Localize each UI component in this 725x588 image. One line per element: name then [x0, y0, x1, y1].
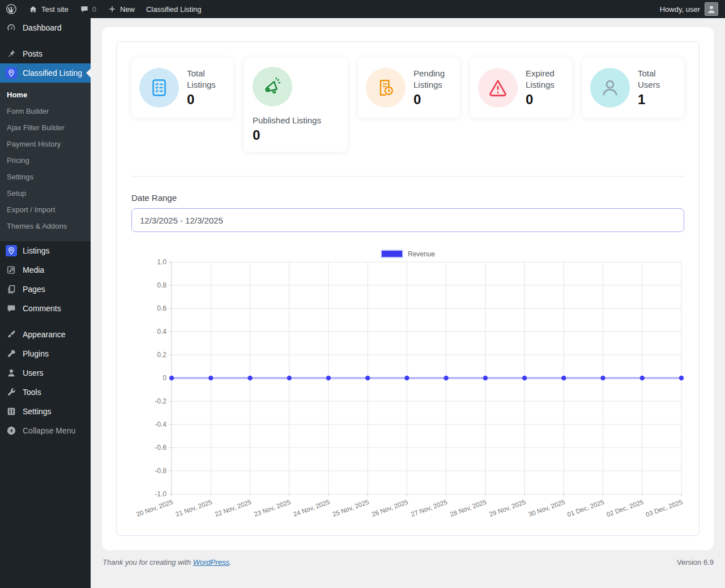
- home-icon: [28, 5, 38, 14]
- sidebar-label-posts: Posts: [23, 49, 42, 58]
- stat-card-total-listings[interactable]: Total Listings 0: [131, 58, 233, 118]
- submenu-item-pricing[interactable]: Pricing: [0, 152, 91, 169]
- sidebar-item-comments[interactable]: Comments: [0, 299, 91, 318]
- svg-text:25 Nov, 2025: 25 Nov, 2025: [331, 499, 370, 518]
- section-divider: [131, 176, 684, 177]
- svg-text:-0.6: -0.6: [155, 444, 167, 452]
- sidebar-label-classified-listing: Classified Listing: [23, 68, 82, 78]
- svg-text:01 Dec, 2025: 01 Dec, 2025: [566, 499, 605, 518]
- stat-card-total-users[interactable]: Total Users 1: [582, 58, 684, 118]
- sidebar-label-dashboard: Dashboard: [23, 23, 62, 32]
- listings-pin-icon: [6, 245, 17, 256]
- svg-text:0.2: 0.2: [157, 351, 167, 359]
- stat-card-pending-listings[interactable]: Pending Listings 0: [358, 58, 460, 118]
- svg-text:03 Dec, 2025: 03 Dec, 2025: [645, 499, 683, 518]
- stat-label: Total Listings: [187, 68, 225, 91]
- plug-icon: [6, 348, 17, 359]
- sidebar-item-listings[interactable]: Listings: [0, 241, 91, 260]
- comment-bubble-icon: [80, 5, 89, 14]
- sidebar-item-tools[interactable]: Tools: [0, 383, 91, 402]
- new-label: New: [120, 5, 135, 14]
- submenu-item-home[interactable]: Home: [0, 87, 91, 103]
- dashboard-panel: Total Listings 0 Published Listings 0: [116, 41, 700, 536]
- admin-bar-current-page[interactable]: Classified Listing: [140, 0, 207, 18]
- wordpress-link[interactable]: WordPress: [193, 558, 229, 566]
- main-content: Total Listings 0 Published Listings 0: [91, 0, 725, 566]
- footer-thanks: Thank you for creating with WordPress.: [103, 558, 232, 566]
- comments-icon: [6, 303, 17, 314]
- svg-text:27 Nov, 2025: 27 Nov, 2025: [410, 499, 449, 518]
- sidebar-label-users: Users: [23, 368, 44, 377]
- date-range-input[interactable]: [131, 208, 684, 232]
- wordpress-logo-icon[interactable]: [0, 0, 23, 18]
- stat-card-published-listings[interactable]: Published Listings 0: [244, 58, 348, 152]
- wrench-icon: [6, 387, 17, 398]
- comments-bubble[interactable]: 0: [74, 0, 102, 18]
- stat-card-expired-listings[interactable]: Expired Listings 0: [470, 58, 572, 118]
- admin-sidebar: Dashboard Posts Classified Listing Home …: [0, 18, 91, 588]
- submenu-item-payment-history[interactable]: Payment History: [0, 136, 91, 152]
- users-icon: [6, 367, 17, 379]
- date-range-label: Date Range: [131, 193, 684, 203]
- site-name-menu[interactable]: Test site: [23, 0, 74, 18]
- sidebar-label-tools: Tools: [23, 388, 41, 397]
- admin-bar-page-label: Classified Listing: [146, 5, 202, 14]
- svg-text:28 Nov, 2025: 28 Nov, 2025: [449, 499, 488, 518]
- menu-separator: [0, 37, 91, 44]
- stat-value: 0: [253, 127, 260, 143]
- svg-text:29 Nov, 2025: 29 Nov, 2025: [488, 499, 527, 518]
- stat-value: 0: [187, 92, 225, 108]
- sidebar-item-classified-listing[interactable]: Classified Listing: [0, 63, 91, 83]
- stat-label: Published Listings: [253, 115, 321, 126]
- stat-label: Total Users: [638, 68, 676, 91]
- sidebar-label-pages: Pages: [23, 285, 45, 294]
- plus-icon: [108, 5, 117, 14]
- sidebar-item-dashboard[interactable]: Dashboard: [0, 18, 91, 37]
- collapse-menu-button[interactable]: Collapse Menu: [0, 421, 91, 440]
- sidebar-label-comments: Comments: [23, 304, 61, 313]
- svg-text:24 Nov, 2025: 24 Nov, 2025: [292, 499, 331, 518]
- avatar[interactable]: [705, 2, 718, 16]
- dashboard-gauge-icon: [6, 22, 17, 33]
- submenu-item-settings[interactable]: Settings: [0, 169, 91, 185]
- collapse-arrow-icon: [6, 425, 17, 436]
- svg-text:23 Nov, 2025: 23 Nov, 2025: [253, 499, 292, 518]
- submenu-item-ajax-filter-builder[interactable]: Ajax Filter Builder: [0, 119, 91, 136]
- footer-thanks-text: Thank you for creating with: [103, 558, 191, 566]
- svg-text:0.8: 0.8: [157, 281, 167, 289]
- collapse-menu-label: Collapse Menu: [23, 426, 75, 435]
- new-menu[interactable]: New: [102, 0, 140, 18]
- sidebar-item-posts[interactable]: Posts: [0, 44, 91, 63]
- stat-value: 0: [526, 92, 564, 108]
- sidebar-label-media: Media: [23, 265, 44, 274]
- svg-text:-0.4: -0.4: [155, 420, 167, 428]
- svg-text:02 Dec, 2025: 02 Dec, 2025: [605, 499, 644, 518]
- admin-bar: Test site 0 New Classified Listing Howdy…: [0, 0, 725, 18]
- svg-text:-0.8: -0.8: [155, 467, 167, 475]
- svg-text:-0.2: -0.2: [155, 397, 167, 405]
- sidebar-item-media[interactable]: Media: [0, 260, 91, 280]
- sidebar-item-appearance[interactable]: Appearance: [0, 325, 91, 344]
- revenue-line-chart: 1.00.80.60.40.20-0.2-0.4-0.6-0.8-1.020 N…: [131, 259, 684, 520]
- footer: Thank you for creating with WordPress. V…: [91, 558, 725, 566]
- stat-value: 0: [413, 92, 452, 108]
- sidebar-label-plugins: Plugins: [23, 349, 49, 358]
- user-icon: [590, 68, 630, 108]
- sidebar-item-plugins[interactable]: Plugins: [0, 344, 91, 363]
- stat-value: 1: [638, 92, 676, 108]
- footer-version: Version 6.9: [677, 558, 714, 566]
- sidebar-item-pages[interactable]: Pages: [0, 280, 91, 299]
- submenu-item-setup[interactable]: Setup: [0, 185, 91, 201]
- sidebar-item-settings[interactable]: Settings: [0, 402, 91, 421]
- pushpin-icon: [6, 48, 17, 59]
- paintbrush-icon: [6, 329, 17, 340]
- svg-text:-1.0: -1.0: [155, 490, 167, 498]
- sidebar-item-users[interactable]: Users: [0, 363, 91, 383]
- submenu-item-themes-addons[interactable]: Themes & Addons: [0, 218, 91, 234]
- svg-text:22 Nov, 2025: 22 Nov, 2025: [214, 499, 253, 518]
- submenu-item-export-import[interactable]: Export / Import: [0, 201, 91, 218]
- submenu-item-form-builder[interactable]: Form Builder: [0, 103, 91, 119]
- sidebar-label-settings: Settings: [23, 407, 52, 416]
- classified-listing-icon: [6, 67, 17, 79]
- greeting-text[interactable]: Howdy, user: [660, 5, 700, 14]
